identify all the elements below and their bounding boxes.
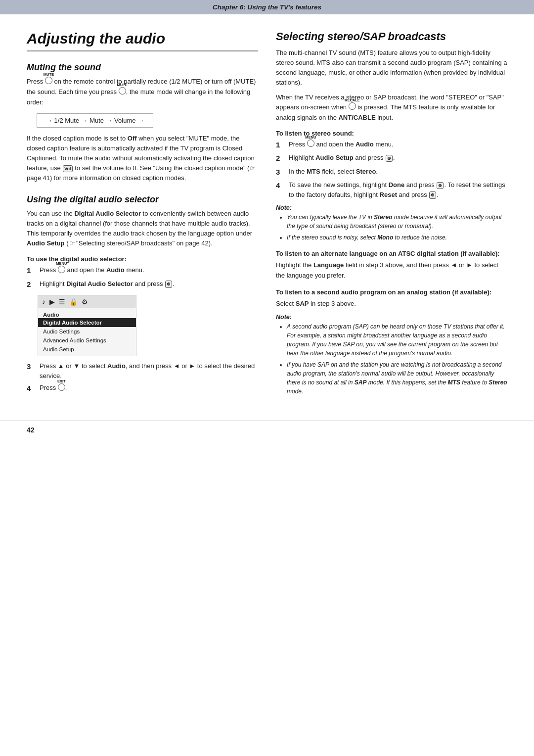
- page-number-row: 42: [0, 421, 534, 439]
- note-label-1: Note:: [276, 204, 507, 211]
- step-2: 2 Highlight Digital Audio Selector and p…: [27, 279, 258, 290]
- menu-icon-note: ♪: [42, 298, 45, 306]
- analog-note-2: If you have SAP on and the station you a…: [287, 360, 507, 396]
- note-label-2: Note:: [276, 314, 507, 321]
- menu-btn2: MENU: [307, 140, 314, 150]
- left-column: Adjusting the audio Muting the sound Pre…: [27, 30, 258, 400]
- mute-diagram-box: → 1/2 Mute → Mute → Volume →: [37, 113, 153, 128]
- page-number: 42: [27, 426, 35, 434]
- menu-item-audio-settings: Audio Settings: [38, 327, 136, 336]
- stereo-step-4: 4 To save the new settings, highlight Do…: [276, 180, 507, 199]
- step-1: 1 Press MENU and open the Audio menu.: [27, 265, 258, 277]
- stereo-note-2: If the stereo sound is noisy, select Mon…: [287, 233, 507, 242]
- analog-section: To listen to a second audio program on a…: [276, 288, 507, 396]
- recall-btn-icon: RECALL: [349, 102, 356, 113]
- digital-audio-section: Using the digital audio selector You can…: [27, 194, 258, 394]
- menu-icon-play: ▶: [49, 298, 55, 306]
- menu-icon-list: ☰: [59, 298, 65, 306]
- enter-btn2: ⊕: [386, 155, 393, 162]
- analog-title: To listen to a second audio program on a…: [276, 288, 507, 296]
- step-4: 4 Press EXIT.: [27, 383, 258, 394]
- analog-note-1: A second audio program (SAP) can be hear…: [287, 322, 507, 358]
- muting-section: Muting the sound Press MUTE on the remot…: [27, 62, 258, 184]
- stereo-step-1: 1 Press MENU and open the Audio menu.: [276, 140, 507, 151]
- enter-btn4: ⊕: [429, 191, 436, 199]
- digital-audio-title: Using the digital audio selector: [27, 194, 258, 205]
- mute-button-icon: MUTE: [45, 77, 52, 87]
- menu-icons-row: ♪ ▶ ☰ 🔒 ⚙: [38, 295, 136, 308]
- step-3: 3 Press ▲ or ▼ to select Audio, and then…: [27, 361, 258, 380]
- menu-body: Audio Digital Audio Selector Audio Setti…: [38, 308, 136, 356]
- mute-button-icon2: MUTE: [119, 87, 126, 97]
- page-title: Adjusting the audio: [27, 30, 258, 51]
- chapter-label: Chapter 6: Using the TV's features: [213, 3, 321, 11]
- mute-diagram: → 1/2 Mute → Mute → Volume →: [37, 113, 258, 128]
- analog-notes: A second audio program (SAP) can be hear…: [287, 322, 507, 396]
- menu-item-audio-setup: Audio Setup: [38, 345, 136, 354]
- digital-audio-steps2: 3 Press ▲ or ▼ to select Audio, and then…: [27, 361, 258, 394]
- enter-btn3: ⊕: [437, 182, 444, 189]
- menu-item-advanced: Advanced Audio Settings: [38, 336, 136, 345]
- menu-btn-icon: MENU: [58, 266, 65, 276]
- stereo-listen-section: To listen to stereo sound: 1 Press MENU …: [276, 130, 507, 242]
- vol-btn: Vol: [63, 165, 72, 173]
- stereo-step-2: 2 Highlight Audio Setup and press ⊕.: [276, 153, 507, 164]
- stereo-steps: 1 Press MENU and open the Audio menu. 2 …: [276, 140, 507, 200]
- menu-screenshot: ♪ ▶ ☰ 🔒 ⚙ Audio Digital Audio Selector A…: [38, 295, 136, 356]
- right-column: Selecting stereo/SAP broadcasts The mult…: [276, 30, 507, 400]
- stereo-para1: The multi-channel TV sound (MTS) feature…: [276, 48, 507, 88]
- menu-label: Audio: [38, 310, 136, 318]
- page-wrapper: Chapter 6: Using the TV's features Adjus…: [0, 0, 534, 756]
- atsc-title: To listen to an alternate language on an…: [276, 250, 507, 257]
- stereo-title: Selecting stereo/SAP broadcasts: [276, 30, 507, 43]
- stereo-step-3: 3 In the MTS field, select Stereo.: [276, 167, 507, 178]
- muting-para2: If the closed caption mode is set to Off…: [27, 134, 258, 184]
- analog-body: Select SAP in step 3 above.: [276, 299, 507, 309]
- stereo-section: Selecting stereo/SAP broadcasts The mult…: [276, 30, 507, 396]
- digital-audio-para1: You can use the Digital Audio Selector t…: [27, 209, 258, 249]
- stereo-note-1: You can typically leave the TV in Stereo…: [287, 213, 507, 231]
- menu-item-digital: Digital Audio Selector: [38, 318, 136, 327]
- menu-icon-gear: ⚙: [82, 298, 88, 306]
- exit-btn-icon: EXIT: [58, 383, 65, 394]
- stereo-para2: When the TV receives a stereo or SAP bro…: [276, 93, 507, 123]
- muting-para1: Press MUTE on the remote control to part…: [27, 77, 258, 107]
- atsc-body: Highlight the Language field in step 3 a…: [276, 260, 507, 280]
- chapter-header: Chapter 6: Using the TV's features: [0, 0, 534, 14]
- content-area: Adjusting the audio Muting the sound Pre…: [0, 14, 534, 416]
- muting-title: Muting the sound: [27, 62, 258, 73]
- menu-icon-lock: 🔒: [69, 298, 78, 306]
- digital-audio-steps1: 1 Press MENU and open the Audio menu. 2 …: [27, 265, 258, 290]
- enter-btn: ⊕: [165, 281, 172, 288]
- atsc-section: To listen to an alternate language on an…: [276, 250, 507, 280]
- stereo-notes: You can typically leave the TV in Stereo…: [287, 213, 507, 242]
